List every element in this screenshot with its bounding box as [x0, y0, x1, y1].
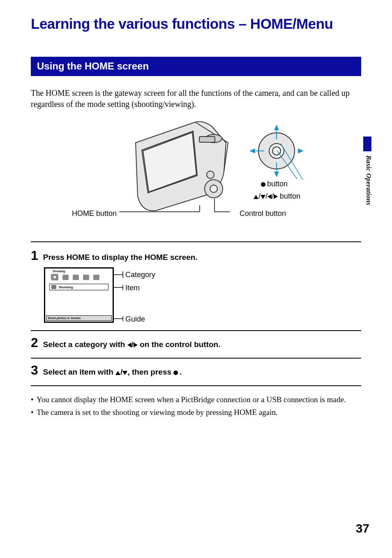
right-arrow-icon	[274, 194, 278, 199]
svg-marker-12	[274, 125, 279, 130]
note-item: You cannot display the HOME screen when …	[31, 394, 361, 405]
print-icon	[73, 275, 79, 280]
step-number: 2	[31, 335, 38, 350]
svg-point-4	[207, 171, 214, 178]
label-home-button: HOME button	[72, 209, 117, 218]
lcd-screenshot: Shooting Shooting Shoot photos or movies	[44, 267, 114, 323]
down-arrow-icon	[122, 371, 127, 375]
svg-rect-1	[199, 137, 215, 142]
camera-small-icon	[51, 285, 56, 289]
label-direction-button: /// button	[254, 192, 300, 201]
camera-illustration	[119, 118, 230, 213]
step-3: 3 Select an item with /, then press .	[31, 358, 361, 385]
callout-item: Item	[125, 284, 140, 292]
step-2: 2 Select a category with / on the contro…	[31, 330, 361, 358]
left-arrow-icon	[267, 194, 272, 199]
page-title: Learning the various functions – HOME/Me…	[0, 0, 392, 32]
page-number: 37	[356, 521, 369, 535]
label-center-button: button	[261, 180, 288, 188]
up-arrow-icon	[254, 195, 258, 199]
step-text: Press HOME to display the HOME screen.	[43, 253, 198, 262]
lcd-category-row	[45, 273, 113, 283]
play-icon	[62, 275, 69, 280]
label-control-button: Control button	[240, 209, 286, 218]
center-dot-icon	[173, 370, 178, 375]
up-arrow-icon	[115, 371, 120, 375]
svg-point-3	[210, 185, 217, 192]
section-heading: Using the HOME screen	[31, 57, 361, 76]
step-text: Select an item with /, then press .	[43, 368, 182, 377]
lcd-heading: Shooting	[45, 269, 113, 273]
note-item: The camera is set to the shooting or vie…	[31, 407, 361, 418]
side-tab-marker	[363, 137, 371, 151]
svg-marker-15	[298, 148, 304, 153]
callout-guide: Guide	[125, 315, 145, 324]
toolbox-icon	[93, 275, 99, 280]
step-number: 3	[31, 363, 38, 378]
step-text: Select a category with / on the control …	[43, 340, 221, 349]
down-arrow-icon	[261, 195, 265, 199]
lcd-item-label: Shooting	[59, 285, 73, 289]
callout-category: Category	[125, 271, 155, 279]
step-1: 1 Press HOME to display the HOME screen.…	[31, 237, 361, 330]
left-arrow-icon	[127, 343, 131, 347]
center-dot-icon	[261, 182, 265, 187]
manage-icon	[83, 275, 89, 280]
notes-list: You cannot display the HOME screen when …	[31, 386, 361, 418]
camera-diagram: HOME button Control button button /// bu…	[31, 118, 361, 225]
step-number: 1	[31, 248, 38, 263]
lcd-item-row: Shooting	[49, 284, 108, 290]
intro-paragraph: The HOME screen is the gateway screen fo…	[0, 76, 392, 110]
svg-marker-14	[249, 148, 255, 153]
right-arrow-icon	[134, 343, 138, 347]
lcd-guide-bar: Shoot photos or movies	[46, 315, 112, 321]
control-button-illustration	[240, 122, 314, 180]
chapter-side-label: Basic Operations	[365, 155, 372, 205]
svg-marker-13	[274, 171, 279, 177]
camera-icon	[51, 274, 58, 280]
